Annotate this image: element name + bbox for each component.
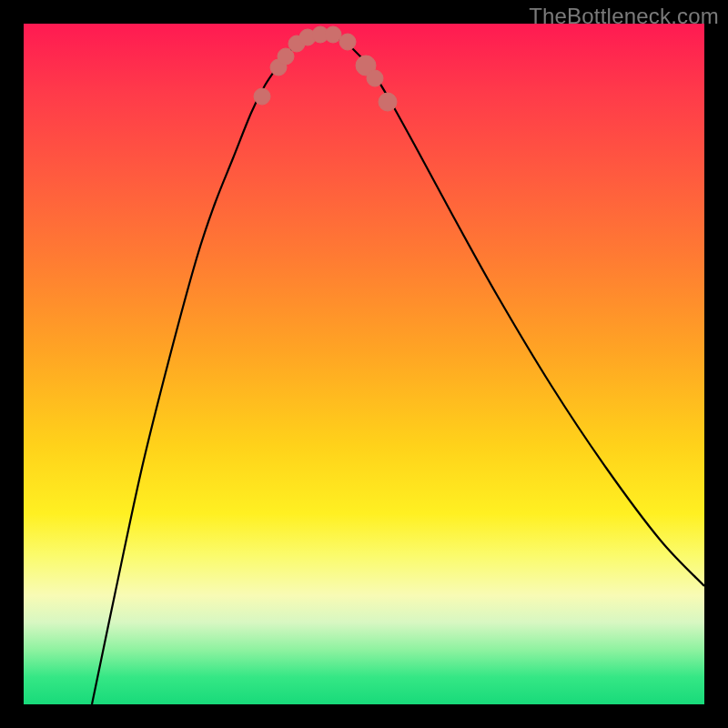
chart-frame: TheBottleneck.com (0, 0, 728, 728)
watermark-text: TheBottleneck.com (529, 4, 719, 29)
data-marker (367, 70, 383, 86)
data-marker (325, 26, 341, 43)
chart-plot-area (24, 24, 704, 704)
marker-group (254, 26, 397, 111)
data-marker (379, 93, 397, 111)
data-marker (339, 34, 356, 50)
data-marker (254, 88, 270, 105)
bottleneck-curve-path (92, 35, 704, 705)
data-marker (278, 48, 294, 65)
chart-svg (24, 24, 704, 704)
